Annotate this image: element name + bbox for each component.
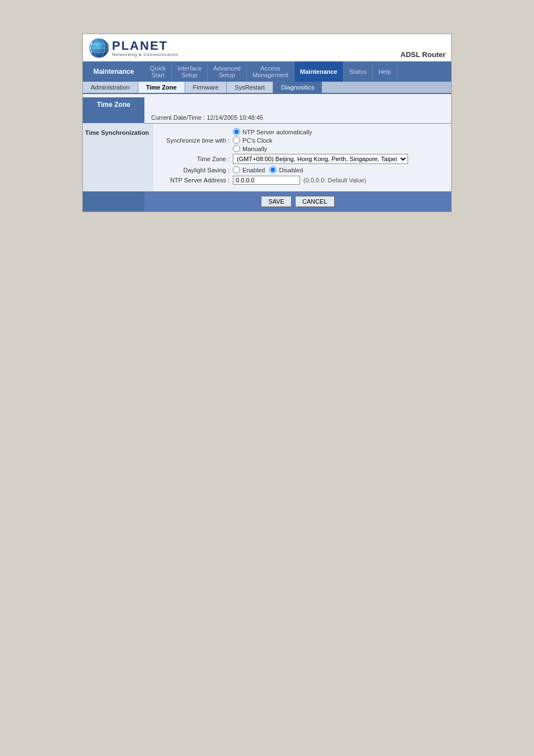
daylight-enabled-label: Enabled: [242, 167, 265, 173]
footer-content: SAVE CANCEL: [144, 191, 451, 212]
ntp-address-label: NTP Server Address :: [160, 177, 233, 184]
ntp-default-hint: (0.0.0.0: Default Value): [303, 177, 366, 184]
nav-sidebar-label: Maintenance: [83, 62, 144, 82]
sub-tab-administration[interactable]: Administration: [83, 82, 138, 93]
footer-sidebar: [83, 191, 144, 212]
sync-ntp-label: NTP Server automatically: [242, 129, 312, 135]
daylight-enabled-radio[interactable]: [233, 166, 240, 173]
nav-item-help[interactable]: Help: [373, 62, 397, 82]
sync-row: Synchronize time with : NTP Server autom…: [160, 128, 444, 152]
sync-manual-radio[interactable]: [233, 145, 240, 152]
nav-quick-start-label: QuickStart: [150, 65, 166, 78]
section-title: Time Zone: [83, 97, 144, 112]
datetime-content: Current Date/Time : 12/14/2005 10:48:45: [144, 112, 451, 123]
nav-item-status[interactable]: Status: [344, 62, 373, 82]
sync-manual-option[interactable]: Manually: [233, 145, 312, 152]
nav-item-interface-setup[interactable]: InterfaceSetup: [172, 62, 208, 82]
nav-item-quick-start[interactable]: QuickStart: [144, 62, 172, 82]
nav-maintenance-label: Maintenance: [300, 68, 338, 75]
datetime-row: Current Date/Time : 12/14/2005 10:48:45: [83, 112, 451, 123]
footer-row: SAVE CANCEL: [83, 191, 451, 212]
timezone-label: Time Zone :: [160, 156, 233, 162]
daylight-row: Daylight Saving : Enabled Disabled: [160, 166, 444, 173]
current-datetime-label: Current Date/Time :: [151, 114, 207, 121]
sync-ntp-radio[interactable]: [233, 128, 240, 135]
daylight-disabled-radio[interactable]: [269, 166, 277, 173]
section-header: Time Zone: [83, 97, 451, 112]
logo-area: PLANET Networking & Communication: [88, 37, 178, 59]
nav-items: QuickStart InterfaceSetup AdvancedSetup …: [144, 62, 451, 82]
nav-item-maintenance[interactable]: Maintenance: [294, 62, 344, 82]
nav-item-access-management[interactable]: AccessManagement: [247, 62, 294, 82]
sync-pc-label: PC's Clock: [242, 137, 272, 144]
sync-manual-label: Manually: [242, 145, 267, 152]
planet-logo-icon: [88, 37, 110, 59]
logo-text: PLANET Networking & Communication: [112, 40, 178, 57]
sync-with-label: Synchronize time with :: [160, 137, 233, 144]
nav-help-label: Help: [378, 68, 391, 75]
save-button[interactable]: SAVE: [261, 196, 292, 207]
nav-status-label: Status: [349, 68, 367, 75]
sub-tab-timezone[interactable]: Time Zone: [138, 82, 185, 93]
time-sync-label: Time Synchronization: [85, 129, 149, 136]
daylight-disabled-label: Disabled: [279, 167, 303, 173]
datetime-sidebar: [83, 112, 144, 123]
ntp-address-row: NTP Server Address : (0.0.0.0: Default V…: [160, 176, 444, 185]
nav-interface-setup-label: InterfaceSetup: [177, 65, 202, 78]
sub-tab-firmware[interactable]: Firmware: [185, 82, 227, 93]
section-content-empty: [144, 97, 451, 112]
timezone-select[interactable]: (GMT+08:00) Beijing, Hong Kong, Perth, S…: [233, 154, 408, 164]
cancel-button[interactable]: CANCEL: [295, 196, 335, 207]
form-section: Time Synchronization Synchronize time wi…: [83, 124, 451, 191]
timezone-row: Time Zone : (GMT+08:00) Beijing, Hong Ko…: [160, 154, 444, 164]
sub-tab-diagnostics[interactable]: Diagnositics: [273, 82, 322, 93]
header: PLANET Networking & Communication ADSL R…: [83, 34, 451, 62]
form-content-col: Synchronize time with : NTP Server autom…: [153, 124, 451, 191]
logo-subtitle-text: Networking & Communication: [112, 52, 178, 57]
nav-item-advanced-setup[interactable]: AdvancedSetup: [208, 62, 247, 82]
adsl-router-label: ADSL Router: [400, 50, 446, 59]
daylight-enabled-option[interactable]: Enabled: [233, 166, 265, 173]
daylight-disabled-option[interactable]: Disabled: [269, 166, 303, 173]
logo-planet-text: PLANET: [112, 40, 178, 52]
current-datetime-value: 12/14/2005 10:48:45: [207, 114, 263, 121]
sync-pc-option[interactable]: PC's Clock: [233, 137, 312, 144]
sync-radio-group: NTP Server automatically PC's Clock Manu…: [233, 128, 312, 152]
sync-ntp-option[interactable]: NTP Server automatically: [233, 128, 312, 135]
ntp-address-input[interactable]: [233, 176, 300, 185]
nav-bar: Maintenance QuickStart InterfaceSetup Ad…: [83, 62, 451, 82]
nav-advanced-setup-label: AdvancedSetup: [213, 65, 241, 78]
daylight-label: Daylight Saving :: [160, 167, 233, 173]
sync-pc-radio[interactable]: [233, 137, 240, 144]
form-label-col: Time Synchronization: [83, 124, 153, 191]
sub-tab-sysrestart[interactable]: SysRestart: [227, 82, 273, 93]
nav-access-management-label: AccessManagement: [252, 65, 288, 78]
sub-tabs: Administration Time Zone Firmware SysRes…: [83, 82, 451, 94]
